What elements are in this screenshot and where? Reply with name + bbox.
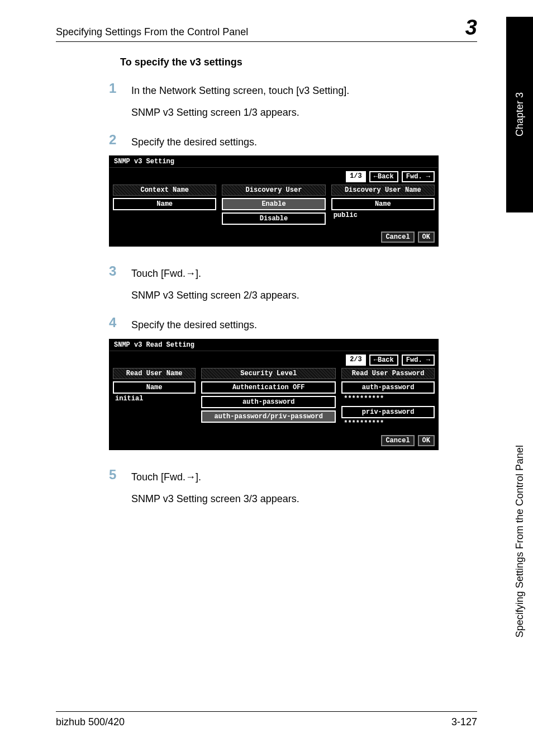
page-footer: bizhub 500/420 3-127	[56, 711, 477, 728]
fwd-button[interactable]: Fwd. →	[402, 171, 435, 182]
cancel-button[interactable]: Cancel	[381, 231, 414, 243]
discovery-user-name-header: Discovery User Name	[331, 185, 435, 196]
context-name-button[interactable]: Name	[113, 198, 216, 210]
discovery-user-header: Discovery User	[222, 185, 325, 196]
read-user-name-button[interactable]: Name	[113, 381, 196, 394]
side-chapter-label: Chapter 3	[514, 92, 526, 136]
priv-password-value: **********	[341, 418, 435, 428]
step-5: 5 Touch [Fwd.→].	[109, 467, 477, 485]
side-title-container: Specifying Settings From the Control Pan…	[514, 212, 526, 649]
back-button[interactable]: ←Back	[369, 171, 398, 182]
back-button[interactable]: ←Back	[369, 355, 398, 366]
step-number: 5	[109, 467, 131, 483]
fwd-button[interactable]: Fwd. →	[402, 355, 435, 366]
step-number: 4	[109, 315, 131, 330]
section-heading: To specify the v3 settings	[120, 56, 477, 68]
disable-button[interactable]: Disable	[222, 212, 325, 225]
screenshot-snmp-v3-read-setting: SNMP v3 Read Setting 2/3 ←Back Fwd. → Re…	[109, 339, 439, 450]
discovery-user-name-button[interactable]: Name	[331, 198, 435, 210]
footer-page: 3-127	[451, 716, 477, 728]
context-name-header: Context Name	[113, 185, 216, 196]
side-chapter-box: Chapter 3	[506, 17, 533, 212]
step-text: Specify the desired settings.	[131, 132, 257, 150]
step-number: 1	[109, 81, 131, 96]
header-title: Specifying Settings From the Control Pan…	[56, 26, 248, 38]
security-level-header: Security Level	[201, 368, 336, 379]
step-text: Touch [Fwd.→].	[131, 263, 201, 282]
discovery-user-name-value: public	[331, 210, 435, 220]
step-4: 4 Specify the desired settings.	[109, 315, 477, 333]
cancel-button[interactable]: Cancel	[381, 435, 414, 446]
step-text: In the Network Setting screen, touch [v3…	[131, 81, 349, 99]
step-subtext: SNMP v3 Setting screen 2/3 appears.	[131, 287, 477, 304]
ok-button[interactable]: OK	[418, 435, 435, 446]
auth-password-field-button[interactable]: auth-password	[341, 381, 435, 394]
step-subtext: SNMP v3 Setting screen 1/3 appears.	[131, 105, 477, 121]
read-user-name-header: Read User Name	[113, 368, 196, 379]
page-counter: 2/3	[346, 355, 366, 366]
screenshot-title: SNMP v3 Read Setting	[110, 339, 438, 351]
auth-off-button[interactable]: Authentication OFF	[201, 381, 336, 394]
read-user-name-value: initial	[113, 394, 196, 404]
header-chapter-number: 3	[465, 17, 477, 38]
step-text: Touch [Fwd.→].	[131, 467, 201, 485]
step-number: 2	[109, 132, 131, 148]
auth-password-button[interactable]: auth-password	[201, 396, 336, 408]
side-tab: Chapter 3 Specifying Settings From the C…	[506, 17, 533, 649]
page-counter: 1/3	[346, 171, 366, 182]
screenshot-snmp-v3-setting: SNMP v3 Setting 1/3 ←Back Fwd. → Context…	[109, 155, 439, 247]
step-text: Specify the desired settings.	[131, 315, 257, 333]
step-3: 3 Touch [Fwd.→].	[109, 263, 477, 282]
read-user-password-header: Read User Password	[341, 368, 435, 379]
footer-model: bizhub 500/420	[56, 716, 125, 728]
auth-password-value: **********	[341, 394, 435, 404]
step-number: 3	[109, 263, 131, 279]
step-subtext: SNMP v3 Setting screen 3/3 appears.	[131, 491, 477, 507]
step-2: 2 Specify the desired settings.	[109, 132, 477, 150]
page-header: Specifying Settings From the Control Pan…	[56, 17, 477, 42]
step-1: 1 In the Network Setting screen, touch […	[109, 81, 477, 99]
priv-password-field-button[interactable]: priv-password	[341, 406, 435, 418]
screenshot-title: SNMP v3 Setting	[110, 156, 438, 168]
enable-button[interactable]: Enable	[222, 198, 325, 210]
auth-priv-password-button[interactable]: auth-password/priv-password	[201, 410, 336, 423]
ok-button[interactable]: OK	[418, 231, 435, 243]
side-title-label: Specifying Settings From the Control Pan…	[514, 445, 526, 637]
